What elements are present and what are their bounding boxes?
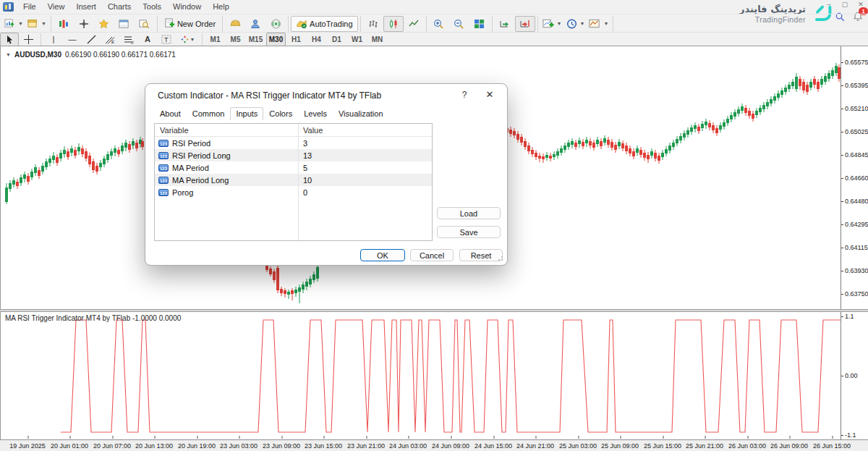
time-axis[interactable]: 19 Jun 202520 Jun 01:0020 Jun 07:0020 Ju… bbox=[0, 439, 868, 451]
time-axis-label[interactable]: 20 Jun 13:00 bbox=[135, 442, 173, 450]
market-button[interactable] bbox=[225, 16, 245, 32]
periods-button[interactable]: ▼ bbox=[564, 16, 587, 32]
timeframe-h4-button[interactable]: H4 bbox=[307, 33, 326, 46]
value-cell[interactable]: 5 bbox=[298, 164, 307, 172]
table-row[interactable]: 123RSI Period Long13 bbox=[155, 149, 432, 161]
cancel-button[interactable]: Cancel bbox=[410, 249, 454, 261]
menu-item-file[interactable]: File bbox=[17, 0, 42, 14]
tab-about[interactable]: About bbox=[154, 107, 187, 120]
time-axis-label[interactable]: 26 Jun 09:00 bbox=[770, 442, 808, 450]
market-watch-button[interactable] bbox=[54, 16, 74, 32]
crosshair-tool-button[interactable] bbox=[19, 33, 38, 46]
resize-grip[interactable] bbox=[498, 256, 503, 261]
tile-windows-button[interactable] bbox=[469, 16, 490, 32]
autotrading-button[interactable]: AutoTrading bbox=[291, 16, 358, 32]
restore-button[interactable]: ▢ bbox=[841, 1, 849, 8]
community-button[interactable] bbox=[245, 16, 265, 32]
time-axis-label[interactable]: 20 Jun 07:00 bbox=[93, 442, 131, 450]
price-axis[interactable]: 0.655750.653950.652100.650250.648450.646… bbox=[841, 46, 868, 309]
text-tool-button[interactable]: A bbox=[138, 33, 157, 46]
menu-item-insert[interactable]: Insert bbox=[70, 0, 102, 14]
label-tool-button[interactable]: T bbox=[157, 33, 176, 46]
time-axis-label[interactable]: 19 Jun 2025 bbox=[9, 442, 46, 450]
timeframe-m15-button[interactable]: M15 bbox=[246, 33, 265, 46]
time-axis-label[interactable]: 25 Jun 09:00 bbox=[601, 442, 639, 450]
cursor-tool-button[interactable] bbox=[0, 33, 19, 46]
tab-levels[interactable]: Levels bbox=[298, 107, 333, 120]
save-button[interactable]: Save bbox=[437, 226, 501, 238]
table-row[interactable]: 123RSI Period3 bbox=[155, 137, 432, 149]
auto-scroll-button[interactable] bbox=[495, 16, 515, 32]
terminal-button[interactable] bbox=[114, 16, 135, 32]
time-axis-label[interactable]: 26 Jun 15:00 bbox=[813, 442, 851, 450]
value-cell[interactable]: 13 bbox=[298, 151, 312, 160]
strategy-tester-button[interactable] bbox=[135, 16, 155, 32]
time-axis-label[interactable]: 26 Jun 03:00 bbox=[728, 442, 766, 450]
fibonacci-tool-button[interactable]: F bbox=[119, 33, 138, 46]
indicator-axis[interactable]: 1.10.00-1.1 bbox=[841, 312, 868, 439]
timeframe-d1-button[interactable]: D1 bbox=[327, 33, 346, 46]
time-axis-label[interactable]: 23 Jun 15:00 bbox=[305, 442, 342, 450]
table-row[interactable]: 123MA Period Long10 bbox=[155, 174, 432, 186]
time-axis-label[interactable]: 20 Jun 19:00 bbox=[178, 442, 216, 450]
time-axis-label[interactable]: 24 Jun 03:00 bbox=[389, 442, 427, 450]
time-axis-label[interactable]: 23 Jun 09:00 bbox=[263, 442, 300, 450]
menu-item-view[interactable]: View bbox=[42, 0, 71, 14]
trendline-tool-button[interactable] bbox=[82, 33, 101, 46]
line-chart-button[interactable] bbox=[404, 16, 424, 32]
timeframe-mn-button[interactable]: MN bbox=[367, 33, 387, 46]
reset-button[interactable]: Reset bbox=[459, 249, 503, 261]
inputs-table[interactable]: Variable Value 123RSI Period3123RSI Peri… bbox=[154, 123, 433, 241]
table-row[interactable]: 123MA Period5 bbox=[155, 161, 432, 174]
time-axis-label[interactable]: 24 Jun 15:00 bbox=[475, 442, 512, 450]
dialog-help-button[interactable]: ? bbox=[459, 90, 469, 100]
channel-tool-button[interactable]: E bbox=[101, 33, 119, 46]
vertical-line-tool-button[interactable]: | bbox=[44, 33, 63, 46]
candlestick-chart-button[interactable] bbox=[383, 16, 404, 32]
time-axis-label[interactable]: 20 Jun 01:00 bbox=[51, 442, 88, 450]
new-chart-button[interactable]: ▼ bbox=[2, 16, 25, 32]
chevron-down-icon[interactable]: ▼ bbox=[6, 52, 11, 57]
signals-button[interactable] bbox=[265, 16, 286, 32]
load-button[interactable]: Load bbox=[437, 207, 501, 219]
horizontal-line-tool-button[interactable]: — bbox=[63, 33, 82, 46]
dialog-close-button[interactable]: ✕ bbox=[484, 89, 495, 100]
time-axis-label[interactable]: 25 Jun 21:00 bbox=[686, 442, 723, 450]
indicator-panel[interactable]: MA RSI Trigger Indicator MT4 by TFlab -1… bbox=[0, 312, 868, 439]
timeframe-m5-button[interactable]: M5 bbox=[226, 33, 245, 46]
ok-button[interactable]: OK bbox=[360, 249, 405, 261]
timeframe-h1-button[interactable]: H1 bbox=[286, 33, 306, 46]
new-order-button[interactable]: New Order bbox=[160, 16, 220, 32]
time-axis-label[interactable]: 24 Jun 09:00 bbox=[432, 442, 469, 450]
tab-colors[interactable]: Colors bbox=[263, 107, 298, 120]
time-axis-label[interactable]: 25 Jun 03:00 bbox=[559, 442, 597, 450]
tab-visualization[interactable]: Visualization bbox=[333, 107, 389, 120]
menu-item-tools[interactable]: Tools bbox=[137, 0, 167, 14]
timeframe-m30-button[interactable]: M30 bbox=[266, 33, 286, 46]
navigator-button[interactable] bbox=[94, 16, 114, 32]
zoom-in-button[interactable] bbox=[429, 16, 449, 32]
chart-shift-button[interactable] bbox=[515, 16, 535, 32]
value-cell[interactable]: 10 bbox=[298, 176, 312, 185]
bar-chart-button[interactable] bbox=[363, 16, 383, 32]
data-window-button[interactable] bbox=[74, 16, 94, 32]
tab-inputs[interactable]: Inputs bbox=[230, 107, 263, 120]
time-axis-label[interactable]: 24 Jun 21:00 bbox=[516, 442, 554, 450]
table-row[interactable]: 123Porog0 bbox=[155, 186, 432, 198]
zoom-out-button[interactable] bbox=[449, 16, 469, 32]
profiles-button[interactable]: ▼ bbox=[25, 16, 48, 32]
time-axis-label[interactable]: 23 Jun 03:00 bbox=[220, 442, 258, 450]
arrows-tool-button[interactable]: ▼ bbox=[176, 33, 199, 46]
value-cell[interactable]: 3 bbox=[298, 139, 307, 148]
menu-item-window[interactable]: Window bbox=[167, 0, 207, 14]
menu-item-help[interactable]: Help bbox=[207, 0, 235, 14]
time-axis-label[interactable]: 23 Jun 21:00 bbox=[347, 442, 385, 450]
indicators-button[interactable]: ▼ bbox=[540, 16, 564, 32]
value-cell[interactable]: 0 bbox=[298, 188, 307, 197]
templates-button[interactable]: ▼ bbox=[587, 16, 610, 32]
timeframe-w1-button[interactable]: W1 bbox=[347, 33, 367, 46]
menu-item-charts[interactable]: Charts bbox=[102, 0, 137, 14]
tab-common[interactable]: Common bbox=[187, 107, 231, 120]
timeframe-m1-button[interactable]: M1 bbox=[205, 33, 225, 46]
time-axis-label[interactable]: 25 Jun 15:00 bbox=[644, 442, 681, 450]
